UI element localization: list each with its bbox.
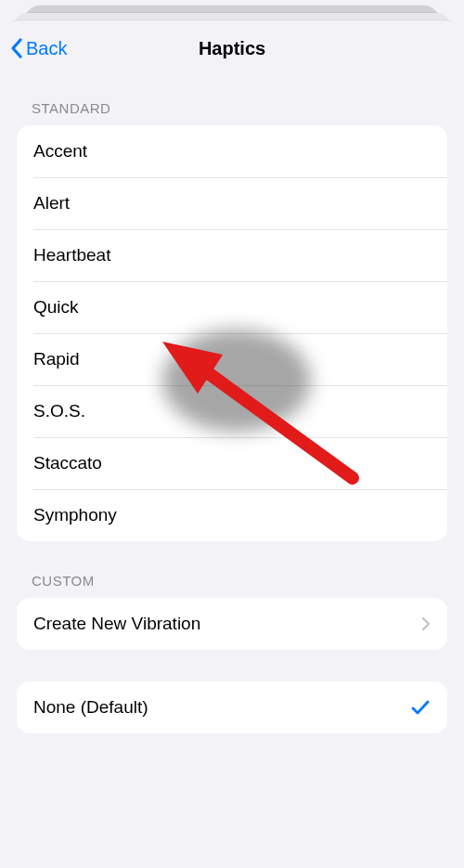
section-header-custom: Custom — [0, 541, 464, 598]
haptic-option-accent[interactable]: Accent — [17, 125, 447, 177]
settings-sheet: Back Haptics Standard Accent Alert Heart… — [0, 22, 464, 868]
page-title: Haptics — [199, 38, 265, 59]
chevron-right-icon — [421, 616, 431, 631]
custom-group: Create New Vibration — [17, 598, 447, 650]
haptic-option-symphony[interactable]: Symphony — [17, 489, 447, 541]
haptic-option-staccato[interactable]: Staccato — [17, 437, 447, 489]
haptic-option-quick[interactable]: Quick — [17, 281, 447, 333]
option-label: S.O.S. — [33, 401, 431, 421]
back-label: Back — [26, 38, 67, 59]
chevron-left-icon — [9, 37, 24, 59]
haptic-option-heartbeat[interactable]: Heartbeat — [17, 229, 447, 281]
option-label: Quick — [33, 297, 431, 317]
option-label: Heartbeat — [33, 245, 431, 266]
create-new-vibration[interactable]: Create New Vibration — [17, 598, 447, 650]
option-label: Rapid — [33, 349, 431, 369]
haptic-option-rapid[interactable]: Rapid — [17, 333, 447, 385]
option-label: Accent — [33, 141, 431, 162]
back-button[interactable]: Back — [9, 22, 67, 74]
option-label: None (Default) — [33, 697, 410, 718]
option-label: Alert — [33, 193, 431, 214]
haptic-option-none[interactable]: None (Default) — [17, 681, 447, 733]
checkmark-icon — [410, 697, 431, 718]
none-group: None (Default) — [17, 681, 447, 733]
haptic-option-alert[interactable]: Alert — [17, 177, 447, 229]
create-label: Create New Vibration — [33, 614, 421, 634]
option-label: Staccato — [33, 453, 431, 473]
option-label: Symphony — [33, 505, 431, 525]
haptic-option-sos[interactable]: S.O.S. — [17, 385, 447, 437]
navigation-bar: Back Haptics — [0, 22, 464, 74]
section-header-standard: Standard — [0, 74, 464, 125]
standard-group: Accent Alert Heartbeat Quick Rapid S.O.S… — [17, 125, 447, 541]
